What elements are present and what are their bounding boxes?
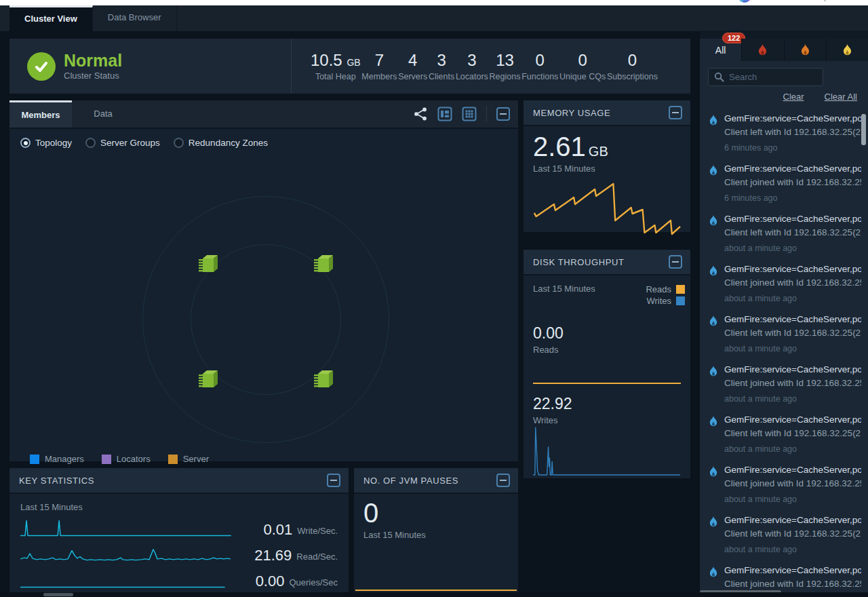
tab-cluster-view[interactable]: Cluster View	[9, 5, 93, 31]
alert-notification-list: GemFire:service=CacheServer,port=404 Cli…	[700, 107, 868, 597]
tab-severe-alerts[interactable]	[741, 39, 783, 61]
alert-item[interactable]: GemFire:service=CacheServer,port=404 Cli…	[700, 157, 868, 208]
status-ok-icon	[27, 52, 56, 81]
geode-logo-text: GEODE |	[758, 0, 830, 3]
topology-view-icon[interactable]	[413, 107, 428, 121]
reads-per-sec-row: 21.69 Read/Sec.	[20, 543, 338, 564]
grid-view-icon[interactable]	[462, 107, 477, 121]
collapse-jvm-pauses-icon[interactable]	[496, 474, 510, 487]
disk-reads-value: 0.00	[533, 324, 564, 343]
collapse-disk-throughput-icon[interactable]	[669, 255, 682, 269]
info-flame-icon	[709, 165, 718, 176]
disk-reads-chart	[533, 382, 681, 385]
alert-item[interactable]: GemFire:service=CacheServer,port=404 Cli…	[700, 258, 868, 308]
alert-item[interactable]: GemFire:service=CacheServer,port=404 Cli…	[700, 208, 868, 258]
tab-members[interactable]: Members	[9, 100, 72, 128]
info-flame-icon	[709, 265, 718, 276]
metric-functions: 0 Functions	[521, 51, 558, 81]
geode-pinwheel-icon	[738, 0, 751, 3]
legend-managers: Managers	[30, 454, 84, 464]
alert-item[interactable]: GemFire:service=CacheServer,port=404 Cli…	[700, 509, 868, 559]
metric-servers: 4 Servers	[398, 51, 427, 81]
disk-writes-chart	[533, 423, 681, 476]
clear-link[interactable]: Clear	[783, 92, 804, 102]
disk-throughput-legend: Reads Writes	[646, 284, 685, 307]
member-node-icon[interactable]	[313, 254, 334, 274]
metric-regions: 13 Regions	[490, 51, 521, 81]
page-horizontal-scrollbar-thumb[interactable]	[43, 593, 73, 596]
disk-writes-value: 22.92	[533, 395, 572, 413]
cluster-status-sublabel: Cluster Status	[64, 71, 122, 81]
collapse-members-panel-icon[interactable]	[496, 107, 510, 121]
jvm-pauses-window: Last 15 Minutes	[363, 530, 509, 540]
legend-reads: Reads	[646, 284, 685, 295]
disk-throughput-window: Last 15 Minutes	[533, 284, 595, 307]
metric-unique-cqs: 0 Unique CQs	[559, 51, 606, 81]
severe-flame-icon	[757, 44, 768, 56]
info-flame-icon	[709, 516, 718, 527]
sidebar-vertical-scrollbar-thumb[interactable]	[861, 114, 866, 145]
key-statistics-title: KEY STATISTICS	[19, 476, 94, 486]
key-statistics-window: Last 15 Minutes	[20, 502, 338, 512]
alert-search-box[interactable]	[708, 68, 823, 86]
main-nav-tabs: Cluster View Data Browser	[9, 5, 868, 31]
reads-per-sec-sparkline	[20, 543, 231, 564]
key-statistics-panel: KEY STATISTICS Last 15 Minutes 0.01 Writ…	[9, 468, 349, 597]
tab-data[interactable]: Data	[72, 100, 134, 128]
metric-clients: 3 Clients	[429, 51, 454, 81]
metric-locators: 3 Locators	[456, 51, 488, 81]
info-flame-icon	[709, 566, 718, 577]
members-panel-tabs: Members Data	[9, 100, 518, 129]
metric-subscriptions: 0 Subscriptions	[607, 51, 658, 81]
memory-usage-panel: MEMORY USAGE 2.61GB Last 15 Minutes	[524, 100, 690, 232]
geode-logo: GEODE |	[738, 0, 830, 3]
page-horizontal-scrollbar[interactable]	[0, 592, 868, 597]
cluster-status-label: Normal	[64, 52, 122, 69]
writes-per-sec-row: 0.01 Write/Sec.	[20, 518, 338, 538]
topology-diagram	[9, 157, 518, 448]
tab-data-browser[interactable]: Data Browser	[93, 5, 177, 31]
treemap-view-icon[interactable]	[437, 107, 452, 121]
jvm-pauses-title: NO. OF JVM PAUSES	[363, 476, 458, 486]
radio-topology[interactable]: Topology	[20, 138, 72, 148]
info-flame-icon	[709, 115, 718, 126]
disk-throughput-title: DISK THROUGHPUT	[533, 257, 624, 267]
member-node-icon[interactable]	[198, 369, 218, 389]
clear-all-link[interactable]: Clear All	[825, 92, 857, 102]
tab-all-alerts[interactable]: All 122	[700, 39, 741, 61]
info-flame-icon	[709, 416, 718, 427]
search-icon	[714, 72, 724, 82]
disk-throughput-panel: DISK THROUGHPUT Last 15 Minutes Reads Wr…	[524, 250, 690, 478]
alert-filter-tabs: All 122	[700, 39, 868, 61]
top-logo-strip: GEODE |	[0, 0, 868, 5]
alert-item[interactable]: GemFire:service=CacheServer,port=404 Cli…	[700, 408, 868, 459]
radio-server-groups[interactable]: Server Groups	[85, 138, 160, 148]
jvm-pauses-chart	[355, 589, 517, 592]
jvm-pauses-value: 0	[363, 498, 509, 528]
member-node-icon[interactable]	[198, 254, 218, 274]
memory-usage-value: 2.61	[533, 132, 586, 161]
collapse-key-statistics-icon[interactable]	[327, 474, 340, 487]
legend-server: Server	[168, 454, 209, 464]
alert-item[interactable]: GemFire:service=CacheServer,port=404 Cli…	[700, 308, 868, 358]
tab-error-alerts[interactable]	[784, 39, 826, 61]
radio-redundancy-zones[interactable]: Redundancy Zones	[174, 138, 268, 148]
info-flame-icon	[709, 366, 718, 377]
info-flame-icon	[709, 315, 718, 326]
alert-item[interactable]: GemFire:service=CacheServer,port=404 Cli…	[700, 459, 868, 509]
tab-warning-alerts[interactable]	[826, 39, 868, 61]
cluster-metrics: 10.5 GB Total Heap 7 Members 4 Servers 3…	[292, 39, 690, 94]
alert-item[interactable]: GemFire:service=CacheServer,port=404 Cli…	[700, 107, 868, 157]
alerts-sidebar: All 122 Clear Clear All GemFire:service=…	[700, 31, 868, 597]
alert-search-input[interactable]	[729, 72, 810, 82]
member-node-icon[interactable]	[313, 369, 334, 389]
topology-mode-radios: Topology Server Groups Redundancy Zones	[9, 129, 518, 157]
alert-item[interactable]: GemFire:service=CacheServer,port=404 Cli…	[700, 358, 868, 408]
jvm-pauses-panel: NO. OF JVM PAUSES 0 Last 15 Minutes	[354, 468, 518, 597]
toolbar-separator	[486, 106, 487, 122]
members-panel: Members Data Topology Server Groups Redu…	[9, 100, 518, 461]
collapse-memory-usage-icon[interactable]	[669, 106, 682, 119]
main-nav-bar: Cluster View Data Browser	[0, 5, 868, 31]
info-flame-icon	[709, 215, 718, 226]
disk-reads-label: Reads	[533, 345, 564, 355]
